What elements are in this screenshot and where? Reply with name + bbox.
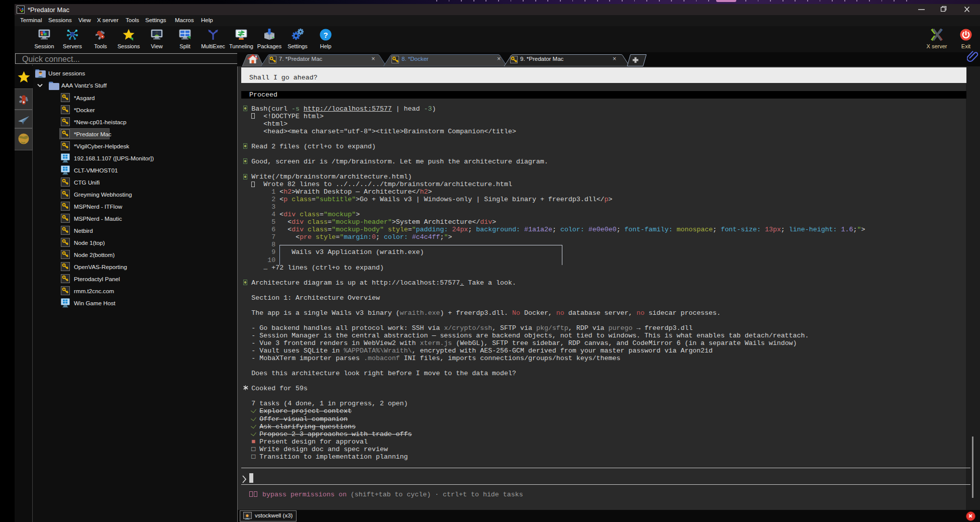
svg-text:?: ? bbox=[323, 31, 328, 39]
